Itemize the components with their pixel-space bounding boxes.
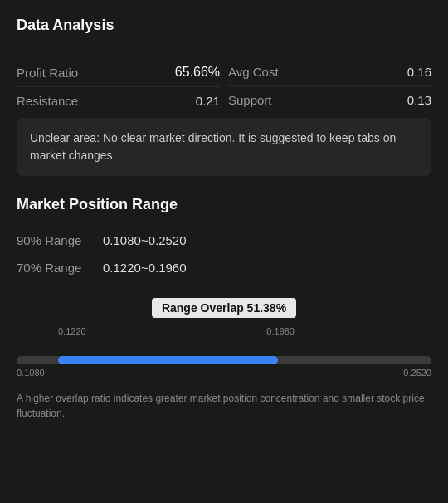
top-divider (17, 46, 431, 46)
chart-track (17, 356, 431, 364)
resistance-value: 0.21 (196, 94, 220, 108)
right-metrics: Avg Cost 0.16 Support 0.13 (228, 58, 431, 115)
avg-cost-label: Avg Cost (228, 65, 279, 79)
range-90-label: 90% Range (17, 233, 83, 247)
left-metrics: Profit Ratio 65.66% Resistance 0.21 (17, 58, 220, 115)
range-70-value: 0.1220~0.1960 (103, 261, 187, 275)
overlap-chart: Range Overlap 51.38% 0.1220 0.1960 0.108… (17, 298, 431, 378)
outer-labels: 0.1080 0.2520 (17, 368, 431, 378)
support-value: 0.13 (407, 93, 431, 107)
range-70-row: 70% Range 0.1220~0.1960 (17, 254, 431, 281)
support-label: Support (228, 93, 272, 107)
data-analysis-section: Data Analysis Profit Ratio 65.66% Resist… (17, 17, 431, 176)
outer-left-label: 0.1080 (17, 368, 45, 378)
chart-bar-blue (58, 356, 278, 364)
metrics-grid: Profit Ratio 65.66% Resistance 0.21 Avg … (17, 58, 431, 115)
alert-text: Unclear area: No clear market direction.… (30, 131, 396, 162)
data-analysis-title: Data Analysis (17, 17, 431, 34)
profit-ratio-value: 65.66% (175, 65, 220, 80)
overlap-label-row: Range Overlap 51.38% (17, 298, 431, 318)
avg-cost-value: 0.16 (407, 65, 431, 79)
resistance-label: Resistance (17, 94, 78, 108)
resistance-row: Resistance 0.21 (17, 87, 220, 115)
overlap-badge: Range Overlap 51.38% (152, 298, 296, 318)
market-position-title: Market Position Range (17, 196, 431, 213)
inner-right-label: 0.1960 (266, 326, 295, 336)
inner-labels: 0.1220 0.1960 (17, 326, 431, 341)
profit-ratio-label: Profit Ratio (17, 66, 78, 80)
range-90-value: 0.1080~0.2520 (103, 233, 187, 247)
avg-cost-row: Avg Cost 0.16 (228, 58, 431, 86)
alert-box: Unclear area: No clear market direction.… (17, 118, 431, 176)
market-position-section: Market Position Range 90% Range 0.1080~0… (17, 196, 431, 421)
inner-left-label: 0.1220 (58, 326, 86, 336)
range-70-label: 70% Range (17, 261, 83, 275)
range-90-row: 90% Range 0.1080~0.2520 (17, 227, 431, 254)
footnote: A higher overlap ratio indicates greater… (17, 391, 431, 421)
support-row: Support 0.13 (228, 86, 431, 114)
outer-right-label: 0.2520 (403, 368, 431, 378)
profit-ratio-row: Profit Ratio 65.66% (17, 58, 220, 87)
